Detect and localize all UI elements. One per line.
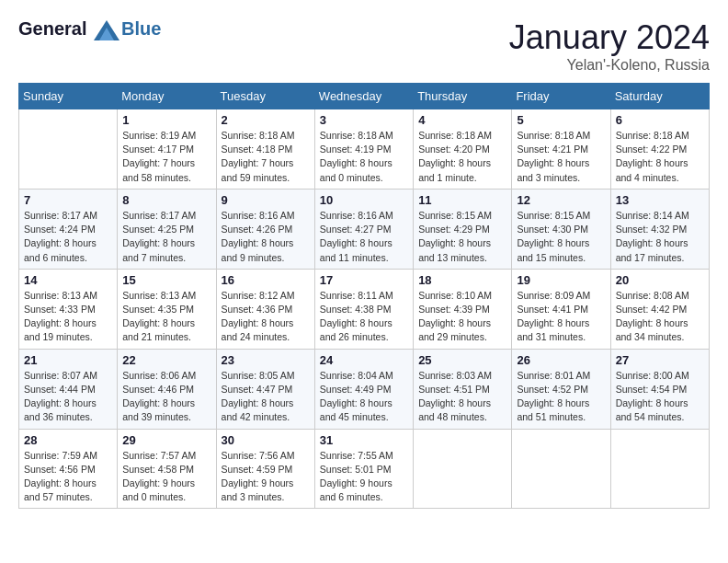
day-number: 27 [616, 353, 704, 367]
day-number: 1 [122, 113, 210, 127]
day-info: Sunrise: 8:11 AMSunset: 4:38 PMDaylight:… [320, 289, 408, 345]
calendar-cell: 14Sunrise: 8:13 AMSunset: 4:33 PMDayligh… [19, 269, 118, 349]
month-title: January 2024 [509, 18, 710, 57]
day-info: Sunrise: 8:07 AMSunset: 4:44 PMDaylight:… [24, 369, 112, 425]
calendar-cell: 28Sunrise: 7:59 AMSunset: 4:56 PMDayligh… [19, 429, 118, 509]
day-info: Sunrise: 8:15 AMSunset: 4:30 PMDaylight:… [517, 209, 605, 265]
calendar-cell: 6Sunrise: 8:18 AMSunset: 4:22 PMDaylight… [610, 109, 709, 190]
day-number: 16 [222, 273, 310, 287]
calendar-cell: 20Sunrise: 8:08 AMSunset: 4:42 PMDayligh… [610, 269, 709, 349]
calendar-cell: 7Sunrise: 8:17 AMSunset: 4:24 PMDaylight… [19, 189, 118, 269]
calendar-cell: 31Sunrise: 7:55 AMSunset: 5:01 PMDayligh… [314, 429, 413, 509]
calendar-cell: 4Sunrise: 8:18 AMSunset: 4:20 PMDaylight… [414, 109, 512, 190]
calendar-cell [414, 429, 512, 509]
day-number: 29 [122, 433, 210, 447]
weekday-monday: Monday [118, 84, 216, 109]
calendar-cell: 9Sunrise: 8:16 AMSunset: 4:26 PMDaylight… [216, 189, 314, 269]
day-info: Sunrise: 8:18 AMSunset: 4:19 PMDaylight:… [320, 129, 408, 185]
calendar-cell [610, 429, 709, 509]
calendar-cell: 1Sunrise: 8:19 AMSunset: 4:17 PMDaylight… [118, 109, 216, 190]
calendar-cell: 19Sunrise: 8:09 AMSunset: 4:41 PMDayligh… [512, 269, 610, 349]
calendar-cell: 11Sunrise: 8:15 AMSunset: 4:29 PMDayligh… [414, 189, 512, 269]
day-number: 20 [616, 273, 704, 287]
day-number: 21 [24, 353, 112, 367]
day-number: 3 [320, 113, 408, 127]
calendar-cell: 30Sunrise: 7:56 AMSunset: 4:59 PMDayligh… [216, 429, 314, 509]
calendar-cell: 12Sunrise: 8:15 AMSunset: 4:30 PMDayligh… [512, 189, 610, 269]
day-info: Sunrise: 8:01 AMSunset: 4:52 PMDaylight:… [517, 369, 605, 425]
calendar-cell: 25Sunrise: 8:03 AMSunset: 4:51 PMDayligh… [414, 349, 512, 429]
logo: General Blue [18, 18, 161, 40]
day-info: Sunrise: 8:18 AMSunset: 4:22 PMDaylight:… [616, 129, 704, 185]
calendar-cell: 22Sunrise: 8:06 AMSunset: 4:46 PMDayligh… [118, 349, 216, 429]
day-number: 26 [517, 353, 605, 367]
week-row-4: 21Sunrise: 8:07 AMSunset: 4:44 PMDayligh… [19, 349, 710, 429]
day-info: Sunrise: 8:10 AMSunset: 4:39 PMDaylight:… [418, 289, 506, 345]
day-number: 2 [222, 113, 310, 127]
day-number: 30 [222, 433, 310, 447]
day-info: Sunrise: 8:12 AMSunset: 4:36 PMDaylight:… [222, 289, 310, 345]
day-info: Sunrise: 8:08 AMSunset: 4:42 PMDaylight:… [616, 289, 704, 345]
day-number: 18 [418, 273, 506, 287]
day-info: Sunrise: 7:55 AMSunset: 5:01 PMDaylight:… [320, 449, 408, 505]
calendar-cell: 3Sunrise: 8:18 AMSunset: 4:19 PMDaylight… [314, 109, 413, 190]
week-row-1: 1Sunrise: 8:19 AMSunset: 4:17 PMDaylight… [19, 109, 710, 190]
day-info: Sunrise: 8:09 AMSunset: 4:41 PMDaylight:… [517, 289, 605, 345]
weekday-wednesday: Wednesday [314, 84, 413, 109]
day-info: Sunrise: 7:56 AMSunset: 4:59 PMDaylight:… [222, 449, 310, 505]
calendar-table: SundayMondayTuesdayWednesdayThursdayFrid… [18, 83, 710, 509]
day-info: Sunrise: 8:14 AMSunset: 4:32 PMDaylight:… [616, 209, 704, 265]
day-number: 17 [320, 273, 408, 287]
calendar-cell: 13Sunrise: 8:14 AMSunset: 4:32 PMDayligh… [610, 189, 709, 269]
day-info: Sunrise: 8:18 AMSunset: 4:21 PMDaylight:… [517, 129, 605, 185]
day-info: Sunrise: 8:13 AMSunset: 4:33 PMDaylight:… [24, 289, 112, 345]
title-block: January 2024 Yelan'-Koleno, Russia [509, 18, 710, 74]
logo-icon [94, 20, 119, 40]
calendar-cell [512, 429, 610, 509]
day-number: 13 [616, 193, 704, 207]
week-row-2: 7Sunrise: 8:17 AMSunset: 4:24 PMDaylight… [19, 189, 710, 269]
day-number: 28 [24, 433, 112, 447]
calendar-cell: 16Sunrise: 8:12 AMSunset: 4:36 PMDayligh… [216, 269, 314, 349]
calendar-cell: 17Sunrise: 8:11 AMSunset: 4:38 PMDayligh… [314, 269, 413, 349]
calendar-cell: 27Sunrise: 8:00 AMSunset: 4:54 PMDayligh… [610, 349, 709, 429]
day-number: 24 [320, 353, 408, 367]
weekday-saturday: Saturday [610, 84, 709, 109]
day-info: Sunrise: 8:16 AMSunset: 4:26 PMDaylight:… [222, 209, 310, 265]
calendar-cell: 24Sunrise: 8:04 AMSunset: 4:49 PMDayligh… [314, 349, 413, 429]
day-number: 31 [320, 433, 408, 447]
weekday-tuesday: Tuesday [216, 84, 314, 109]
day-info: Sunrise: 7:57 AMSunset: 4:58 PMDaylight:… [122, 449, 210, 505]
day-number: 9 [222, 193, 310, 207]
day-number: 12 [517, 193, 605, 207]
day-info: Sunrise: 8:18 AMSunset: 4:20 PMDaylight:… [418, 129, 506, 185]
day-number: 25 [418, 353, 506, 367]
week-row-5: 28Sunrise: 7:59 AMSunset: 4:56 PMDayligh… [19, 429, 710, 509]
day-number: 22 [122, 353, 210, 367]
weekday-thursday: Thursday [414, 84, 512, 109]
day-number: 7 [24, 193, 112, 207]
day-info: Sunrise: 8:06 AMSunset: 4:46 PMDaylight:… [122, 369, 210, 425]
calendar-body: 1Sunrise: 8:19 AMSunset: 4:17 PMDaylight… [19, 109, 710, 509]
day-info: Sunrise: 8:00 AMSunset: 4:54 PMDaylight:… [616, 369, 704, 425]
day-info: Sunrise: 8:15 AMSunset: 4:29 PMDaylight:… [418, 209, 506, 265]
page-header: General Blue January 2024 Yelan'-Koleno,… [18, 18, 710, 74]
day-number: 6 [616, 113, 704, 127]
calendar-cell: 21Sunrise: 8:07 AMSunset: 4:44 PMDayligh… [19, 349, 118, 429]
day-info: Sunrise: 8:03 AMSunset: 4:51 PMDaylight:… [418, 369, 506, 425]
day-number: 10 [320, 193, 408, 207]
day-info: Sunrise: 8:05 AMSunset: 4:47 PMDaylight:… [222, 369, 310, 425]
day-number: 5 [517, 113, 605, 127]
day-info: Sunrise: 8:04 AMSunset: 4:49 PMDaylight:… [320, 369, 408, 425]
day-number: 4 [418, 113, 506, 127]
day-info: Sunrise: 8:17 AMSunset: 4:25 PMDaylight:… [122, 209, 210, 265]
day-number: 8 [122, 193, 210, 207]
week-row-3: 14Sunrise: 8:13 AMSunset: 4:33 PMDayligh… [19, 269, 710, 349]
logo-general: General [18, 18, 86, 39]
day-number: 19 [517, 273, 605, 287]
calendar-cell: 26Sunrise: 8:01 AMSunset: 4:52 PMDayligh… [512, 349, 610, 429]
calendar-cell: 10Sunrise: 8:16 AMSunset: 4:27 PMDayligh… [314, 189, 413, 269]
day-info: Sunrise: 7:59 AMSunset: 4:56 PMDaylight:… [24, 449, 112, 505]
day-number: 11 [418, 193, 506, 207]
day-info: Sunrise: 8:13 AMSunset: 4:35 PMDaylight:… [122, 289, 210, 345]
